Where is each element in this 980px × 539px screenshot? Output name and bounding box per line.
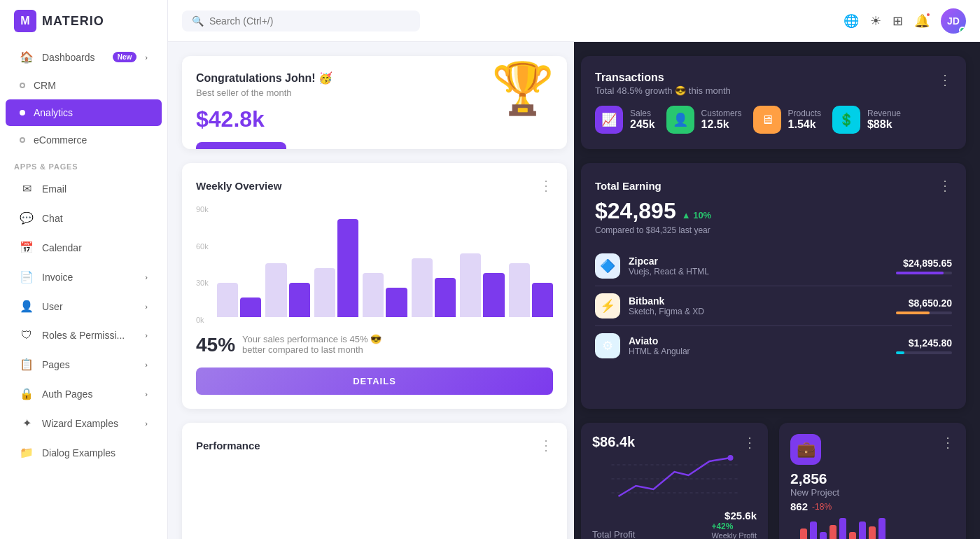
chevron-icon: ›	[145, 273, 148, 281]
search-icon: 🔍	[192, 15, 204, 27]
nav-label: Roles & Permissi...	[42, 330, 136, 341]
bar-dark	[483, 273, 504, 317]
sidebar-item-chat[interactable]: 💬 Chat	[6, 204, 162, 232]
earning-compare: Compared to $84,325 last year	[595, 225, 952, 235]
details-button[interactable]: DETAILS	[196, 368, 553, 395]
bars-area	[217, 205, 553, 317]
metric-value: 245k	[630, 118, 655, 131]
sidebar-item-wizard[interactable]: ✦ Wizard Examples ›	[6, 409, 162, 438]
metric-products: 🖥 Products 1.54k	[753, 106, 821, 134]
progress-bar	[896, 272, 952, 274]
performance-title: Performance	[196, 440, 260, 451]
metric-info: Products 1.54k	[788, 108, 821, 131]
notification-dot	[925, 12, 931, 18]
chevron-icon: ›	[145, 419, 148, 428]
earning-title: Total Earning	[595, 180, 662, 192]
search-input[interactable]	[209, 15, 410, 27]
nav-label: Dialog Examples	[42, 447, 148, 458]
sidebar-item-roles[interactable]: 🛡 Roles & Permissi... ›	[6, 321, 162, 349]
sidebar-item-pages[interactable]: 📋 Pages ›	[6, 350, 162, 379]
earning-right: $1,245.80	[896, 337, 952, 354]
more-options-button[interactable]: ⋮	[539, 437, 553, 454]
sidebar-item-ecommerce[interactable]: eCommerce	[6, 127, 162, 153]
sidebar-item-invoice[interactable]: 📄 Invoice ›	[6, 262, 162, 291]
nav-label: Email	[42, 183, 148, 195]
earning-item-aviato: ⚙ Aviato HTML & Angular $1,245.80	[595, 326, 952, 365]
bar-dark	[532, 283, 553, 317]
trans-header: Transactions Total 48.5% growth 😎 this m…	[595, 71, 952, 96]
sidebar-item-email[interactable]: ✉ Email	[6, 174, 162, 203]
metric-info: Customers 12.5k	[701, 108, 742, 131]
grid-icon[interactable]: ⊞	[892, 13, 903, 29]
avatar[interactable]: JD	[941, 8, 966, 34]
metric-info: Sales 245k	[630, 108, 655, 131]
bar-dark	[435, 278, 456, 317]
percentage: 45%	[196, 334, 235, 356]
sidebar-item-dialog[interactable]: 📁 Dialog Examples	[6, 438, 162, 467]
weekly-change: +42%	[711, 522, 733, 531]
chat-icon: 💬	[20, 211, 34, 225]
sun-icon[interactable]: ☀	[870, 13, 881, 29]
logo: M MATERIO	[0, 0, 167, 42]
nav-label: User	[42, 301, 136, 312]
sidebar-item-auth[interactable]: 🔒 Auth Pages ›	[6, 379, 162, 408]
mini-bar	[839, 518, 846, 539]
more-options-button[interactable]: ⋮	[941, 434, 955, 470]
chart-container: 90k 60k 30k 0k	[196, 205, 553, 324]
chevron-icon: ›	[145, 53, 148, 62]
home-icon: 🏠	[20, 50, 34, 64]
metric-sales: 📈 Sales 245k	[595, 106, 655, 134]
view-sales-button[interactable]: VIEW SALES	[196, 142, 286, 149]
bar-group	[412, 258, 456, 317]
nav-label: Auth Pages	[42, 388, 136, 400]
company-tech: Vuejs, React & HTML	[629, 267, 888, 276]
bar-group	[363, 273, 407, 317]
topbar-right: 🌐 ☀ ⊞ 🔔 JD	[844, 8, 966, 34]
topbar: 🔍 🌐 ☀ ⊞ 🔔 JD	[168, 0, 980, 42]
bell-icon[interactable]: 🔔	[914, 13, 930, 29]
more-options-button[interactable]: ⋮	[938, 177, 952, 194]
sidebar-item-calendar[interactable]: 📅 Calendar	[6, 233, 162, 262]
mini-bar	[820, 532, 827, 539]
sidebar-item-analytics[interactable]: Analytics	[6, 99, 162, 126]
nav-label: Wizard Examples	[42, 418, 136, 429]
translate-icon[interactable]: 🌐	[844, 13, 859, 29]
company-tech: HTML & Angular	[629, 346, 888, 356]
wp-info: $25.6k +42% Weekly Profit	[711, 510, 757, 539]
email-icon: ✉	[20, 182, 34, 195]
search-box[interactable]: 🔍	[182, 10, 420, 31]
svg-point-3	[728, 455, 734, 461]
bar-light	[509, 263, 530, 317]
transactions-subtitle: Total 48.5% growth 😎 this month	[595, 85, 731, 96]
mini-bar	[810, 522, 817, 539]
sidebar-item-dashboards[interactable]: 🏠 Dashboards New ›	[6, 43, 162, 71]
new-project-card: 💼 ⋮ 2,856 New Project 862 -18%	[779, 423, 966, 539]
company-tech: Sketch, Figma & XD	[629, 307, 888, 316]
earning-info: Zipcar Vuejs, React & HTML	[629, 255, 888, 276]
aviato-logo: ⚙	[595, 333, 620, 358]
more-options-button[interactable]: ⋮	[539, 177, 553, 194]
y-axis-labels: 90k 60k 30k 0k	[196, 205, 209, 324]
metric-label: Products	[788, 108, 821, 118]
sidebar-item-user[interactable]: 👤 User ›	[6, 292, 162, 321]
weekly-header: Weekly Overview ⋮	[196, 177, 553, 194]
metric-value: 12.5k	[701, 118, 742, 131]
progress-fill	[896, 272, 944, 274]
bar-light	[412, 258, 433, 317]
sidebar-item-crm[interactable]: CRM	[6, 72, 162, 99]
company-name: Bitbank	[629, 295, 888, 307]
earning-value: $8,650.20	[896, 298, 952, 309]
nav-label: CRM	[34, 80, 148, 91]
content-area: Congratulations John! 🥳 Best seller of t…	[168, 42, 980, 539]
zipcar-logo: 🔷	[595, 253, 620, 279]
more-options-button[interactable]: ⋮	[938, 71, 952, 88]
bar-group	[265, 263, 309, 317]
mini-bar-chart	[790, 518, 955, 539]
nav-label: Calendar	[42, 242, 148, 253]
more-options-button[interactable]: ⋮	[743, 434, 757, 451]
profit-grid: $86.4k ⋮ Total Profit	[581, 423, 966, 539]
congrats-card: Congratulations John! 🥳 Best seller of t…	[182, 56, 567, 149]
tp-label: Total Profit	[592, 529, 635, 539]
bar-light	[265, 263, 286, 317]
transactions-metrics: 📈 Sales 245k 👤 Customers 12.5k 🖥	[595, 106, 952, 134]
